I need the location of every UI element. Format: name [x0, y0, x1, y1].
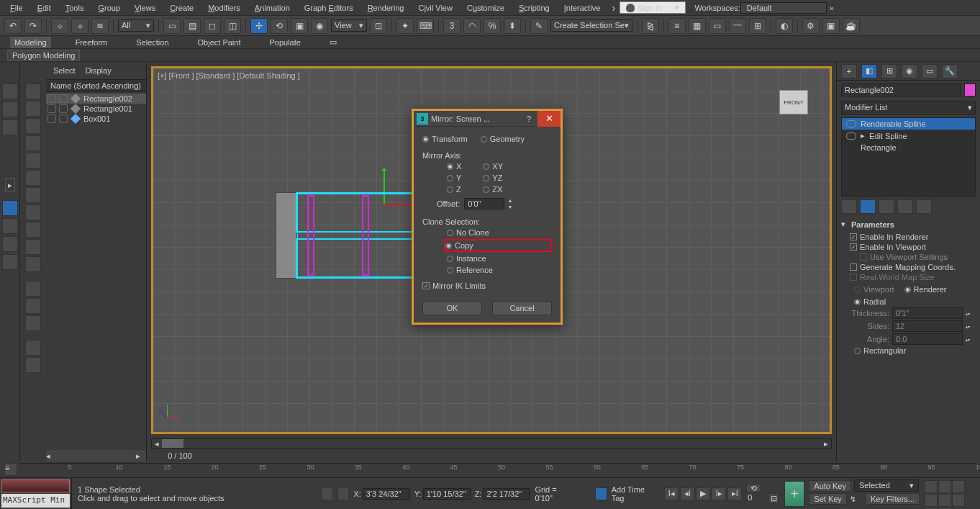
layers-button[interactable]: ▦: [689, 18, 706, 34]
filter-frozen[interactable]: [25, 256, 41, 272]
rail-btn-6[interactable]: [2, 254, 18, 270]
named-selection-set[interactable]: Create Selection Se▾: [550, 19, 632, 32]
time-slider[interactable]: ≡ 51015202530354045505560657075808590951…: [0, 461, 980, 477]
rail-btn-4[interactable]: [2, 218, 18, 234]
ref-coord-system[interactable]: View▾: [331, 19, 367, 32]
y-coord-field[interactable]: 1'10 15/32": [423, 488, 471, 500]
select-object-button[interactable]: ▭: [163, 18, 181, 34]
keyset-dropdown[interactable]: Selected▾: [854, 479, 919, 492]
filter-containers[interactable]: [25, 239, 41, 255]
render-button[interactable]: ☕: [843, 18, 860, 34]
mod-toggle-icon[interactable]: [846, 120, 856, 127]
select-scale-button[interactable]: ▣: [291, 18, 308, 34]
chk-enable-viewport[interactable]: Enable In Viewport: [850, 242, 973, 252]
cmd-tab-utilities[interactable]: 🔧: [942, 64, 958, 78]
rail-btn-5[interactable]: [2, 236, 18, 252]
chk-gen-mapping[interactable]: Generate Mapping Coords.: [850, 262, 973, 272]
play-button[interactable]: ▶: [696, 487, 710, 500]
scene-tab-display[interactable]: Display: [84, 65, 113, 76]
menu-group[interactable]: Group: [91, 2, 127, 14]
menu-modifiers[interactable]: Modifiers: [201, 2, 248, 14]
rad-radial[interactable]: Radial: [850, 297, 973, 307]
select-by-name-button[interactable]: ▤: [183, 18, 201, 34]
lock-selection-button[interactable]: [321, 487, 333, 500]
select-place-button[interactable]: ◉: [311, 18, 328, 34]
freeze-icon[interactable]: [59, 94, 68, 103]
rail-btn-sel[interactable]: [2, 200, 18, 216]
time-config-button[interactable]: ⊡: [768, 493, 779, 503]
key-anchor-button[interactable]: ↯: [850, 495, 863, 504]
next-frame-button[interactable]: I▸: [712, 487, 726, 500]
offset-spinner[interactable]: 0'0": [464, 198, 504, 210]
rad-clone-instance[interactable]: Instance: [447, 253, 552, 263]
mirror-button[interactable]: ⧎: [642, 18, 659, 34]
filter-bones[interactable]: [25, 222, 41, 238]
display-invert[interactable]: [25, 315, 41, 331]
setkey-button[interactable]: Set Key: [809, 493, 847, 505]
rad-axis-xy[interactable]: XY: [483, 161, 503, 171]
object-color-swatch[interactable]: [964, 84, 976, 96]
make-unique-button[interactable]: [879, 199, 894, 214]
spinner-snap-button[interactable]: ⬍: [504, 18, 521, 34]
dialog-ok-button[interactable]: OK: [422, 301, 482, 315]
dialog-titlebar[interactable]: 3 Mirror: Screen ... ? ✕: [414, 111, 561, 127]
cmd-tab-modify[interactable]: ◧: [861, 64, 877, 78]
selection-lock-indicator[interactable]: [1, 479, 70, 492]
rad-axis-x[interactable]: X: [447, 161, 461, 171]
add-time-tag[interactable]: Add Time Tag: [612, 485, 656, 503]
rad-transform[interactable]: Transform: [422, 134, 468, 144]
material-editor-button[interactable]: ◐: [776, 18, 793, 34]
rad-axis-y[interactable]: Y: [447, 173, 461, 183]
set-key-big-button[interactable]: +: [784, 481, 804, 507]
filter-helpers[interactable]: [25, 153, 41, 168]
curve-editor-button[interactable]: 〰: [729, 18, 746, 34]
scene-header[interactable]: Name (Sorted Ascending): [46, 79, 146, 92]
snap-toggle-button[interactable]: 3: [443, 18, 460, 34]
fov-button[interactable]: [938, 494, 951, 507]
freeze-icon[interactable]: [59, 114, 68, 123]
redo-button[interactable]: ↷: [24, 18, 42, 34]
select-manipulate-button[interactable]: ✦: [396, 18, 414, 34]
menu-file[interactable]: File: [3, 2, 30, 14]
menu-rendering[interactable]: Rendering: [360, 2, 412, 14]
track-scale[interactable]: 5101520253035404550556065707580859095100: [20, 463, 976, 476]
visibility-icon[interactable]: [47, 104, 56, 113]
ribbon-tab-freeform[interactable]: Freeform: [71, 37, 112, 48]
ribbon-tab-populate[interactable]: Populate: [265, 37, 304, 48]
object-name-field[interactable]: [841, 84, 961, 96]
filter-shapes[interactable]: [25, 101, 41, 117]
rad-renderer[interactable]: Renderer: [904, 284, 947, 294]
current-frame-field[interactable]: 0: [746, 493, 768, 503]
rad-axis-yz[interactable]: YZ: [483, 173, 503, 183]
scene-tab-select[interactable]: Select: [52, 65, 77, 76]
filter-cameras[interactable]: [25, 135, 41, 151]
thickness-spinner[interactable]: 0'1": [892, 307, 963, 319]
ribbon-tab-selection[interactable]: Selection: [132, 37, 173, 48]
schematic-view-button[interactable]: ⊞: [749, 18, 766, 34]
time-tag-icon[interactable]: [595, 487, 607, 500]
configure-sets-button[interactable]: [916, 199, 932, 214]
menu-views[interactable]: Views: [127, 2, 163, 14]
menu-edit[interactable]: Edit: [30, 2, 58, 14]
menu-animation[interactable]: Animation: [248, 2, 297, 14]
render-setup-button[interactable]: ⚙: [802, 18, 820, 34]
rail-btn-2[interactable]: [2, 102, 18, 117]
tree-item[interactable]: Box001: [46, 114, 146, 124]
undo-button[interactable]: ↶: [4, 18, 22, 34]
cmd-tab-create[interactable]: +: [841, 64, 857, 78]
select-rotate-button[interactable]: ⟲: [271, 18, 288, 34]
edit-selection-set-button[interactable]: ✎: [530, 18, 548, 34]
zoom-all-button[interactable]: [938, 480, 951, 493]
viewcube[interactable]: FRONT: [779, 90, 808, 114]
select-move-button[interactable]: ✢: [250, 18, 268, 34]
abs-rel-button[interactable]: [337, 487, 350, 500]
ribbon-collapse[interactable]: ▭: [325, 36, 341, 48]
angle-snap-button[interactable]: ◠: [463, 18, 481, 34]
rollout-parameters-header[interactable]: ▾Parameters: [841, 218, 976, 230]
menu-grapheditors[interactable]: Graph Editors: [297, 2, 360, 14]
unlink-button[interactable]: ⟐̸: [71, 18, 89, 34]
toggle-ribbon-button[interactable]: ▭: [709, 18, 726, 34]
menu-customize[interactable]: Customize: [460, 2, 512, 14]
tree-item[interactable]: Rectangle002: [46, 94, 146, 104]
zoom-extents-button[interactable]: [952, 480, 965, 493]
